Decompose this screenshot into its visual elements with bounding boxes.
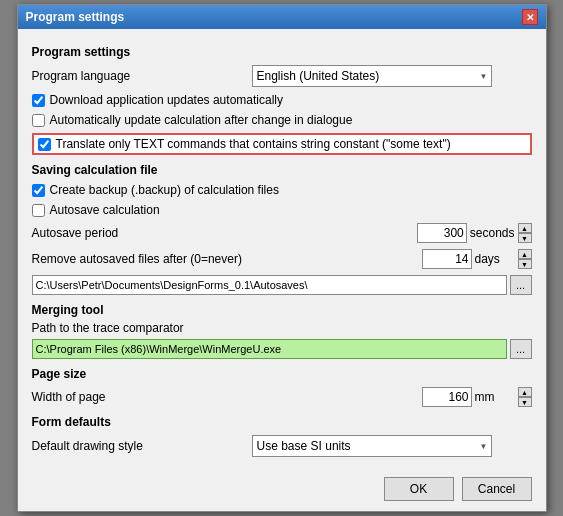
check1-row: Download application updates automatical… (32, 91, 532, 109)
title-bar: Program settings ✕ (18, 5, 546, 29)
check2-label[interactable]: Automatically update calculation after c… (32, 113, 353, 127)
remove-autosaved-up[interactable]: ▲ (518, 249, 532, 259)
ok-button[interactable]: OK (384, 477, 454, 501)
check3-row-highlighted: Translate only TEXT commands that contai… (32, 133, 532, 155)
trace-label: Path to the trace comparator (32, 321, 532, 335)
section-form-defaults: Form defaults (32, 415, 532, 429)
dialog-body: Program settings Program language Englis… (18, 29, 546, 469)
close-button[interactable]: ✕ (522, 9, 538, 25)
autosave-period-row: Autosave period seconds ▲ ▼ (32, 221, 532, 245)
page-width-down[interactable]: ▼ (518, 397, 532, 407)
section-page-size: Page size (32, 367, 532, 381)
drawing-style-row: Default drawing style Use base SI units … (32, 433, 532, 459)
autosave-period-unit: seconds (470, 226, 515, 240)
section-program-settings: Program settings (32, 45, 532, 59)
remove-autosaved-label: Remove autosaved files after (0=never) (32, 252, 252, 266)
autosave-period-field: seconds ▲ ▼ (417, 223, 532, 243)
check3-text: Translate only TEXT commands that contai… (56, 137, 451, 151)
check4-row: Create backup (.backup) of calculation f… (32, 181, 532, 199)
autosave-period-spinner: ▲ ▼ (518, 223, 532, 243)
cancel-button[interactable]: Cancel (462, 477, 532, 501)
check2-checkbox[interactable] (32, 114, 45, 127)
check4-checkbox[interactable] (32, 184, 45, 197)
check1-checkbox[interactable] (32, 94, 45, 107)
dialog-window: Program settings ✕ Program settings Prog… (17, 4, 547, 512)
section-merging: Merging tool (32, 303, 532, 317)
remove-autosaved-spinner: ▲ ▼ (518, 249, 532, 269)
page-width-up[interactable]: ▲ (518, 387, 532, 397)
drawing-style-label: Default drawing style (32, 439, 252, 453)
autosave-period-input[interactable] (417, 223, 467, 243)
page-width-input[interactable] (422, 387, 472, 407)
drawing-style-select-wrapper: Use base SI units Use derived SI units (252, 435, 492, 457)
autosave-path-row: ... (32, 275, 532, 295)
autosave-browse-button[interactable]: ... (510, 275, 532, 295)
page-width-unit: mm (475, 390, 515, 404)
autosave-period-up[interactable]: ▲ (518, 223, 532, 233)
autosave-path-input[interactable] (32, 275, 507, 295)
trace-path-input[interactable] (32, 339, 507, 359)
drawing-style-select[interactable]: Use base SI units Use derived SI units (252, 435, 492, 457)
page-width-field: mm ▲ ▼ (422, 387, 532, 407)
language-row: Program language English (United States)… (32, 63, 532, 89)
check5-label[interactable]: Autosave calculation (32, 203, 160, 217)
language-label: Program language (32, 69, 252, 83)
trace-browse-button[interactable]: ... (510, 339, 532, 359)
section-saving: Saving calculation file (32, 163, 532, 177)
check5-row: Autosave calculation (32, 201, 532, 219)
remove-autosaved-field: days ▲ ▼ (422, 249, 532, 269)
page-width-spinner: ▲ ▼ (518, 387, 532, 407)
remove-autosaved-input[interactable] (422, 249, 472, 269)
button-row: OK Cancel (18, 469, 546, 511)
language-select[interactable]: English (United States) Czech German (252, 65, 492, 87)
autosave-period-down[interactable]: ▼ (518, 233, 532, 243)
trace-path-row: ... (32, 339, 532, 359)
check4-label[interactable]: Create backup (.backup) of calculation f… (32, 183, 279, 197)
remove-autosaved-row: Remove autosaved files after (0=never) d… (32, 247, 532, 271)
language-select-wrapper: English (United States) Czech German (252, 65, 492, 87)
check5-checkbox[interactable] (32, 204, 45, 217)
check1-text: Download application updates automatical… (50, 93, 283, 107)
dialog-title: Program settings (26, 10, 125, 24)
check3-checkbox[interactable] (38, 138, 51, 151)
check2-row: Automatically update calculation after c… (32, 111, 532, 129)
remove-autosaved-unit: days (475, 252, 515, 266)
autosave-period-label: Autosave period (32, 226, 252, 240)
check4-text: Create backup (.backup) of calculation f… (50, 183, 279, 197)
remove-autosaved-down[interactable]: ▼ (518, 259, 532, 269)
page-width-row: Width of page mm ▲ ▼ (32, 385, 532, 409)
check2-text: Automatically update calculation after c… (50, 113, 353, 127)
check1-label[interactable]: Download application updates automatical… (32, 93, 283, 107)
check5-text: Autosave calculation (50, 203, 160, 217)
page-width-label: Width of page (32, 390, 252, 404)
